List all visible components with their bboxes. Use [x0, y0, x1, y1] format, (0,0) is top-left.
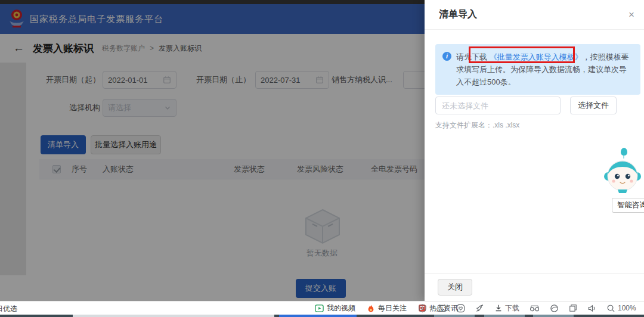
my-videos-item[interactable]: 我的视频: [315, 303, 355, 313]
daily-follow-item[interactable]: 每日关注: [367, 303, 407, 313]
multi-window-icon[interactable]: [569, 304, 577, 312]
mascot-antenna-icon: [621, 148, 627, 156]
daily-follow-label: 每日关注: [378, 303, 407, 313]
notice-box: i 请先下载 《批量发票入账导入模板》，按照模板要求填写后上传。为保障导入数据流…: [435, 44, 640, 95]
statusbar-left-text[interactable]: 日优选: [0, 304, 17, 314]
choose-file-button[interactable]: 选择文件: [570, 97, 617, 114]
mascot-label[interactable]: 智能咨询: [612, 198, 644, 213]
taskbar-segment: [279, 315, 357, 317]
drawer-title: 清单导入: [439, 8, 477, 21]
zoom-control[interactable]: 100%: [606, 304, 636, 313]
taskbar-segment: [533, 315, 574, 317]
shield-icon[interactable]: [418, 304, 427, 313]
drawer-header: 清单导入 ×: [425, 0, 644, 30]
notice-pre: 请先下载: [456, 52, 487, 61]
mood-heart-icon[interactable]: [456, 304, 465, 313]
speaker-icon[interactable]: [587, 304, 596, 313]
taskbar-sliver: [0, 315, 644, 317]
close-icon[interactable]: ×: [628, 10, 634, 20]
template-download-link[interactable]: 《批量发票入账导入模板》: [490, 52, 583, 61]
notice-text: 请先下载 《批量发票入账导入模板》，按照模板要求填写后上传。为保障导入数据流畅，…: [456, 51, 633, 88]
download-button[interactable]: 下载: [494, 303, 519, 313]
mascot-face-icon: [603, 158, 642, 193]
drawer-footer-divider: [425, 274, 644, 274]
file-name-input[interactable]: [435, 97, 561, 114]
screen: 国家税务总局电子发票服务平台 ← 发票入账标识 税务数字账户 > 发票入账标识 …: [0, 0, 644, 317]
zoom-value: 100%: [618, 304, 636, 312]
taskbar-segment: [73, 315, 274, 317]
play-icon: [315, 304, 324, 313]
my-videos-label: 我的视频: [327, 303, 355, 313]
magnifier-icon: [606, 304, 615, 313]
file-extension-hint: 支持文件扩展名：.xls .xlsx: [435, 120, 519, 130]
car-icon[interactable]: [530, 304, 540, 312]
taskbar-segment: [434, 315, 475, 317]
assistant-mascot[interactable]: [603, 148, 644, 193]
statusbar-icons: 下载 100%: [418, 302, 636, 315]
info-icon: i: [442, 52, 451, 61]
globe-icon[interactable]: [550, 304, 559, 313]
browser-status-bar: 日优选 我的视频 每日关注 热点资讯: [0, 301, 644, 315]
download-label: 下载: [505, 303, 519, 313]
rocket-icon[interactable]: [475, 304, 484, 313]
flame-icon: [367, 304, 375, 313]
taskbar-segment: [484, 315, 525, 317]
modal-overlay: [0, 0, 425, 301]
screenshot-icon[interactable]: [437, 304, 446, 313]
drawer-close-button[interactable]: 关闭: [438, 279, 472, 296]
